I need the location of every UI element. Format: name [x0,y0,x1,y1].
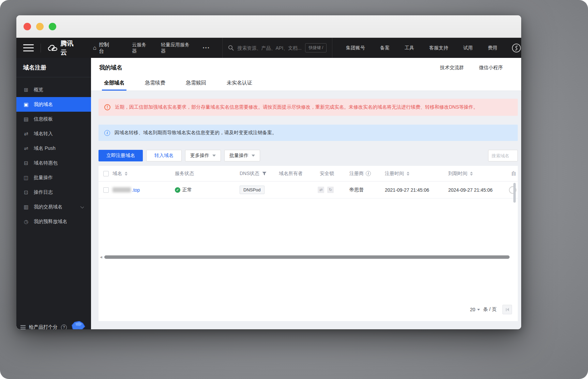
first-page-button[interactable] [502,305,512,314]
tab-all-domains[interactable]: 全部域名 [104,80,124,91]
sidebar-item-label: 域名特惠包 [34,160,58,166]
wechat-miniprogram-link[interactable]: 微信小程序 [479,65,503,71]
column-expire-time: 到期时间 [448,166,473,181]
pagination: 20 条 / 页 [470,305,512,314]
page-size-unit: 条 / 页 [483,306,497,313]
page-title: 我的域名 [99,64,122,72]
tencent-cloud-logo[interactable]: 腾讯云 [48,39,78,57]
sidebar-item-info-template[interactable]: ▤ 信息模板 [16,112,91,126]
nav-link-tools[interactable]: 工具 [405,45,414,51]
user-avatar-icon[interactable] [512,43,521,53]
sidebar-item-my-trade-domains[interactable]: ▥ 我的交易域名 [16,200,91,214]
filter-icon[interactable] [262,172,267,176]
minimize-window-button[interactable] [36,23,44,30]
feedback-widget[interactable]: 给产品打个分 ? [16,319,91,329]
sidebar-nav: ⊞ 概览 ▣ 我的域名 ▤ 信息模板 ⇄ 域名转入 [16,82,91,229]
vertical-scrollbar[interactable] [513,183,516,203]
sidebar-item-label: 我的交易域名 [34,204,62,210]
tech-group-link[interactable]: 技术交流群 [440,65,464,71]
my-domains-icon: ▣ [23,101,29,108]
sidebar-item-domain-deal-pack[interactable]: ⊟ 域名特惠包 [16,156,91,170]
dns-provider-tag[interactable]: DNSPod [240,186,265,194]
info-icon: i [104,130,110,136]
horizontal-scrollbar[interactable] [104,255,510,259]
nav-link-support[interactable]: 客服支持 [429,45,448,51]
tab-need-renewal[interactable]: 急需续费 [145,80,165,91]
select-all-checkbox[interactable] [103,171,109,176]
column-service-status: 服务状态 [175,166,194,181]
register-domain-button[interactable]: 立即注册域名 [99,150,143,161]
transfer-lock-icon[interactable]: ⇄ [318,187,324,193]
batch-operation-icon: ◫ [23,175,29,181]
domain-search-box[interactable] [488,150,518,161]
browser-window: 腾讯云 ⌂ 控制台 云服务器 轻量应用服务器 ••• 快捷键 / 集团账号 备案 [16,15,521,329]
sidebar-item-operation-log[interactable]: ⊡ 操作日志 [16,185,91,200]
column-registrar: 注册商 i [349,166,371,181]
more-products-icon[interactable]: ••• [203,46,210,50]
global-search-input[interactable] [237,45,302,51]
warning-banner: ! 近期，因工信部加强域名实名要求，部分存量域名实名信息需要修改。请按页面提示尽… [99,99,518,116]
sidebar-title: 域名注册 [16,58,91,77]
transfer-domain-button[interactable]: 转入域名 [146,150,182,161]
registrar-info-icon[interactable]: i [366,171,371,176]
hamburger-menu-icon[interactable] [23,44,34,51]
more-actions-label: 更多操作 [190,153,209,159]
console-link[interactable]: ⌂ 控制台 [93,42,112,54]
tab-not-verified[interactable]: 未实名认证 [227,80,252,91]
sort-icon[interactable] [407,172,409,176]
batch-actions-dropdown[interactable]: 批量操作 [224,150,260,161]
sidebar-item-overview[interactable]: ⊞ 概览 [16,82,91,97]
desktop-background: 腾讯云 ⌂ 控制台 云服务器 轻量应用服务器 ••• 快捷键 / 集团账号 备案 [0,0,588,379]
transfer-in-icon: ⇄ [23,131,29,137]
pre-release-icon: ◷ [23,219,29,225]
domain-suffix: .top [132,187,140,193]
cell-registrar: 帝思普 [349,181,364,198]
domain-link[interactable]: .top [112,187,140,193]
toolbar: 立即注册域名 转入域名 更多操作 批量操作 [99,150,518,161]
home-icon: ⌂ [93,45,96,51]
info-text: 因域名转移、域名到期而导致域名实名信息变更的，请及时变更或注销备案。 [115,130,277,136]
sidebar-item-batch-operation[interactable]: ◫ 批量操作 [16,170,91,185]
nav-link-cvm[interactable]: 云服务器 [132,42,149,54]
nav-link-lighthouse[interactable]: 轻量应用服务器 [161,42,191,54]
warning-icon: ! [104,104,110,110]
page-size-select[interactable]: 20 [470,307,480,312]
scroll-left-icon[interactable]: ◀ [100,255,102,259]
overview-icon: ⊞ [23,87,29,93]
brand-label: 腾讯云 [60,39,78,57]
china-map-icon [71,321,86,329]
table-header-row: 域名 服务状态 DNS状态 [99,166,518,181]
shortcut-key-badge[interactable]: 快捷键 / [305,43,327,52]
domain-table-card: 域名 服务状态 DNS状态 [99,166,518,321]
horizontal-scroll-zone: ◀ [99,254,518,260]
help-circle-icon[interactable]: ? [61,325,67,330]
sidebar-item-transfer-in[interactable]: ⇄ 域名转入 [16,126,91,141]
nav-link-trial[interactable]: 试用 [463,45,473,51]
trade-domains-icon: ▥ [23,204,29,210]
column-security-lock: 安全锁 [320,166,334,181]
nav-link-group-account[interactable]: 集团账号 [346,45,365,51]
nav-link-icp[interactable]: 备案 [380,45,390,51]
update-lock-icon[interactable]: ↻ [327,187,334,193]
sidebar-item-my-domains[interactable]: ▣ 我的域名 [16,97,91,112]
top-navigation-bar: 腾讯云 ⌂ 控制台 云服务器 轻量应用服务器 ••• 快捷键 / 集团账号 备案 [16,38,521,58]
sort-icon[interactable] [125,172,127,176]
maximize-window-button[interactable] [49,23,56,30]
global-search-box[interactable]: 快捷键 / [222,38,332,58]
nav-link-billing[interactable]: 费用 [488,45,497,51]
sort-icon[interactable] [470,172,473,176]
tab-bar: 全部域名 急需续费 急需赎回 未实名认证 [91,77,521,91]
page-size-value: 20 [470,307,476,312]
domain-search-input[interactable] [492,153,514,158]
header-links: 技术交流群 微信小程序 [440,65,512,71]
page-body: ! 近期，因工信部加强域名实名要求，部分存量域名实名信息需要修改。请按页面提示尽… [91,91,521,329]
search-icon [228,45,234,51]
caret-down-icon [477,309,480,311]
sidebar-item-pre-release-domains[interactable]: ◷ 我的预释放域名 [16,214,91,229]
row-checkbox[interactable] [103,187,109,193]
close-window-button[interactable] [24,23,31,30]
sidebar-item-domain-push[interactable]: ⇌ 域名 Push [16,141,91,156]
tab-need-redeem[interactable]: 急需赎回 [186,80,206,91]
column-dns-status: DNS状态 [240,166,267,181]
more-actions-dropdown[interactable]: 更多操作 [185,150,221,161]
